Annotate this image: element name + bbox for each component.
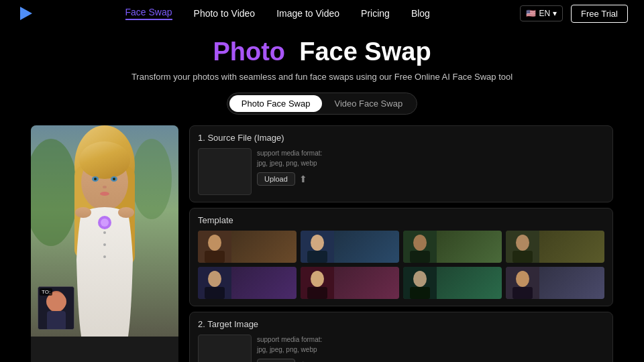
- source-upload-icon[interactable]: ⬆: [299, 174, 307, 184]
- target-upload-button[interactable]: Upload: [257, 359, 295, 362]
- svg-rect-32: [307, 251, 327, 263]
- chevron-down-icon: ▾: [553, 9, 557, 18]
- template-thumb-8[interactable]: [506, 267, 604, 299]
- svg-point-46: [413, 271, 427, 287]
- target-upload-row: support media format:jpg, jpeg, png, web…: [198, 335, 604, 362]
- target-section: 2. Target Image support media format:jpg…: [189, 312, 613, 362]
- tab-video-face-swap[interactable]: Video Face Swap: [322, 95, 415, 112]
- source-title: 1. Source File (Image): [198, 133, 604, 143]
- svg-rect-26: [47, 311, 66, 330]
- svg-point-17: [118, 207, 134, 218]
- template-thumb-3[interactable]: [403, 231, 502, 263]
- svg-point-22: [101, 219, 109, 227]
- logo-icon: [16, 4, 35, 23]
- target-upload-btn-row: Upload ⬆: [257, 359, 604, 362]
- template-thumb-7[interactable]: [403, 267, 502, 299]
- svg-point-37: [516, 235, 529, 251]
- svg-rect-44: [307, 287, 327, 299]
- flag-icon: 🇺🇸: [526, 9, 536, 18]
- subtitle: Transform your photos with seamless and …: [131, 72, 513, 82]
- tab-group: Photo Face Swap Video Face Swap: [227, 93, 417, 115]
- target-format-text: support media format:jpg, jpeg, png, web…: [257, 335, 604, 355]
- svg-point-3: [131, 139, 172, 219]
- nav-image-to-video[interactable]: Image to Video: [276, 8, 339, 19]
- svg-point-28: [208, 235, 221, 251]
- source-upload-info: support media format:jpg, jpeg, png, web…: [257, 148, 604, 186]
- thumb-label: TO:: [40, 288, 52, 296]
- preview-image: TO:: [31, 125, 178, 337]
- main-content: Photo Face Swap Transform your photos wi…: [0, 27, 644, 362]
- nav-face-swap[interactable]: Face Swap: [125, 7, 172, 20]
- nav-photo-to-video[interactable]: Photo to Video: [194, 8, 256, 19]
- target-upload-box[interactable]: [198, 335, 252, 362]
- source-upload-box[interactable]: [198, 148, 252, 195]
- thumbnail-overlay: TO:: [38, 286, 74, 330]
- template-thumb-5[interactable]: [198, 267, 297, 299]
- page-title: Photo Face Swap: [213, 38, 431, 66]
- svg-rect-47: [410, 287, 430, 299]
- header-right: 🇺🇸 EN ▾ Free Trial: [520, 5, 628, 23]
- svg-point-18: [103, 231, 106, 234]
- header: Face Swap Photo to Video Image to Video …: [0, 0, 644, 27]
- source-section: 1. Source File (Image) support media for…: [189, 125, 613, 202]
- svg-point-49: [516, 271, 529, 287]
- template-thumb-2[interactable]: [301, 231, 399, 263]
- svg-point-19: [103, 243, 106, 246]
- target-title: 2. Target Image: [198, 319, 604, 329]
- tab-photo-face-swap[interactable]: Photo Face Swap: [229, 95, 323, 112]
- svg-point-20: [103, 255, 106, 258]
- template-section: Template: [189, 208, 613, 306]
- template-grid: [198, 231, 604, 299]
- nav-pricing[interactable]: Pricing: [361, 8, 390, 19]
- source-upload-btn-row: Upload ⬆: [257, 172, 604, 186]
- svg-rect-35: [410, 251, 430, 263]
- svg-point-40: [208, 271, 221, 287]
- target-upload-info: support media format:jpg, jpeg, png, web…: [257, 335, 604, 362]
- source-upload-row: support media format:jpg, jpeg, png, web…: [198, 148, 604, 195]
- source-format-text: support media format:jpg, jpeg, png, web…: [257, 148, 604, 168]
- svg-point-9: [79, 141, 130, 179]
- svg-point-31: [311, 235, 324, 251]
- free-trial-button[interactable]: Free Trial: [571, 5, 628, 23]
- svg-point-43: [311, 271, 324, 287]
- svg-point-14: [103, 186, 107, 188]
- source-upload-button[interactable]: Upload: [257, 172, 295, 186]
- lang-label: EN: [539, 9, 550, 18]
- svg-rect-50: [513, 287, 533, 299]
- nav-blog[interactable]: Blog: [411, 8, 430, 19]
- svg-point-12: [94, 178, 97, 180]
- svg-rect-38: [513, 251, 533, 263]
- svg-rect-29: [205, 251, 225, 263]
- content-row: before after: [20, 125, 624, 362]
- svg-point-13: [113, 178, 115, 180]
- svg-point-15: [100, 192, 109, 196]
- right-panel: 1. Source File (Image) support media for…: [189, 125, 613, 362]
- logo: [16, 4, 35, 23]
- template-thumb-1[interactable]: [198, 231, 297, 263]
- language-selector[interactable]: 🇺🇸 EN ▾: [520, 5, 563, 21]
- preview-container: before after: [31, 125, 178, 362]
- svg-marker-0: [20, 7, 32, 20]
- template-thumb-6[interactable]: [301, 267, 399, 299]
- main-nav: Face Swap Photo to Video Image to Video …: [125, 7, 430, 20]
- svg-point-16: [75, 207, 91, 218]
- template-thumb-4[interactable]: [506, 231, 604, 263]
- svg-point-34: [413, 235, 427, 251]
- svg-rect-41: [205, 287, 225, 299]
- template-title: Template: [198, 215, 604, 225]
